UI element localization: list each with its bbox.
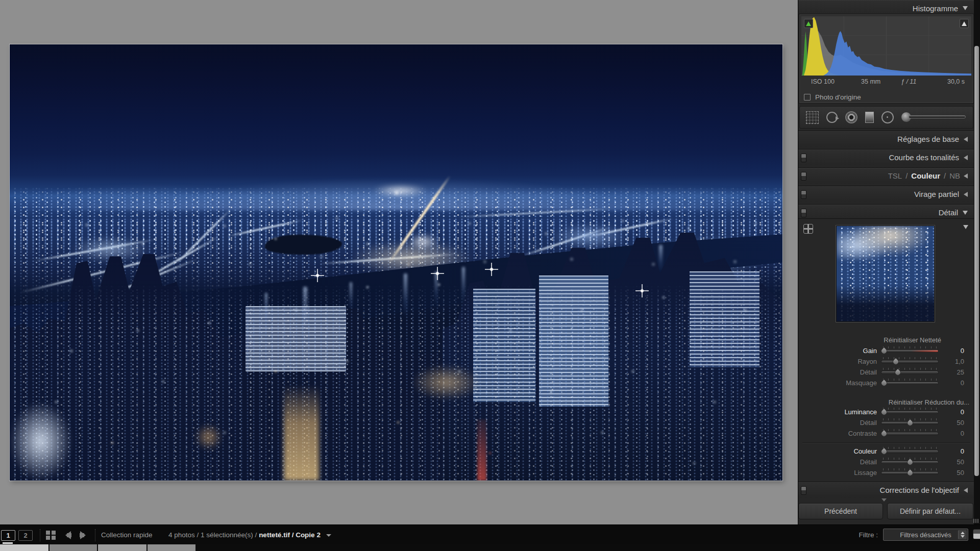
photo-reflection (164, 297, 167, 337)
photo-foreground-buildings-left (10, 249, 288, 481)
exif-focal-length: 35 mm (861, 78, 880, 85)
tone-curve-toggle[interactable] (801, 154, 806, 162)
exif-iso: ISO 100 (811, 78, 835, 85)
panel-header-split-toning[interactable]: Virage partiel (798, 186, 974, 202)
slider-value: 0 (941, 379, 964, 387)
contraste-slider[interactable] (881, 428, 939, 439)
photo-reflection (659, 245, 663, 271)
slider-value: 0 (941, 430, 964, 437)
detail-target-icon[interactable] (803, 224, 813, 234)
dropdown-stepper-icon[interactable] (958, 530, 967, 539)
photo-light-cluster (71, 236, 149, 262)
sharpen-reset-label[interactable]: Réinitialiser Netteté (798, 336, 941, 344)
loupe-photo[interactable] (10, 44, 782, 481)
photo-light-street (319, 253, 458, 264)
slider-label: Contraste (798, 430, 877, 437)
histogram-graph[interactable] (801, 16, 971, 76)
photo-lit-building (246, 306, 346, 371)
spot-removal-tool-icon[interactable] (826, 112, 838, 123)
split-toning-panel-title: Virage partiel (914, 190, 959, 198)
crop-tool-icon[interactable] (806, 111, 819, 124)
previous-button[interactable]: Précédent (798, 503, 883, 519)
detail-panel-body: Réinitialiser Netteté Gain 0 Rayon 1,0 (798, 218, 974, 480)
detail-preview-thumbnail[interactable] (836, 226, 935, 322)
radial-filter-tool-icon[interactable] (881, 111, 894, 123)
photo-starburst (431, 267, 444, 280)
lens-corrections-toggle[interactable] (801, 486, 806, 495)
photo-warm-glow (195, 424, 222, 450)
luminance-slider[interactable] (881, 407, 939, 417)
photo-reflection (265, 293, 267, 323)
original-photo-checkbox[interactable] (804, 94, 811, 101)
photo-light-street (34, 239, 156, 262)
next-photo-arrow-icon[interactable] (78, 531, 90, 539)
detail-couleur-slider[interactable] (881, 457, 939, 467)
photo-point-lights (10, 44, 11, 45)
right-develop-panel: Histogramme (798, 0, 974, 524)
highlight-clipping-button[interactable] (960, 19, 969, 28)
original-photo-row: Photo d'origine (804, 91, 861, 103)
set-default-button[interactable]: Définir par défaut... (887, 503, 973, 519)
rayon-slider[interactable] (881, 356, 939, 367)
slider-value: 50 (941, 419, 964, 427)
slider-row-contraste: Contraste 0 (798, 428, 974, 439)
photo-taillight-streak (477, 419, 486, 481)
more-panels-indicator-icon[interactable] (881, 498, 887, 502)
gain-slider[interactable] (881, 345, 939, 356)
secondary-monitor-button[interactable]: 2 (18, 530, 33, 541)
photo-warm-street-canyon (284, 385, 318, 481)
photo-starburst (635, 284, 649, 297)
filename-caret-icon[interactable] (326, 534, 331, 537)
photo-starburst (311, 269, 324, 282)
hsl-tab-nb[interactable]: NB (949, 171, 960, 180)
masquage-slider[interactable] (881, 378, 939, 388)
separator: / (905, 171, 908, 180)
hsl-tab-couleur[interactable]: Couleur (911, 171, 940, 180)
chevron-down-icon[interactable] (963, 225, 968, 229)
highlight-clipping-icon (962, 21, 967, 26)
panel-scrollbar-thumb[interactable] (974, 46, 979, 476)
grid-view-icon[interactable] (46, 531, 56, 540)
slider-track (881, 360, 939, 363)
photo-light-street (458, 208, 612, 218)
filmstrip-thumb[interactable] (50, 544, 97, 551)
adjustment-brush-tool-icon[interactable] (901, 111, 968, 123)
panel-header-basic[interactable]: Réglages de base (798, 131, 974, 147)
quick-collection-label[interactable]: Collection rapide (101, 525, 153, 545)
split-toning-toggle[interactable] (801, 190, 806, 199)
photo-mid-city-lights (10, 219, 782, 293)
red-eye-tool-icon[interactable] (845, 111, 857, 123)
noise-reset-label[interactable]: Réinitialiser Réduction du... (798, 398, 969, 406)
toolbar-separator (95, 529, 95, 541)
primary-monitor-button[interactable]: 1 (1, 530, 15, 541)
panel-header-lens-corrections[interactable]: Corrections de l'objectif (798, 482, 974, 498)
filmstrip-filter-switch[interactable] (973, 529, 980, 539)
detail-luminance-slider[interactable] (881, 417, 939, 428)
panel-header-tone-curve[interactable]: Courbe des tonalités (798, 149, 974, 165)
lissage-slider[interactable] (881, 467, 939, 478)
slider-label: Masquage (798, 379, 877, 387)
filter-dropdown[interactable]: Filtres désactivés (883, 529, 968, 541)
filmstrip-thumb[interactable] (98, 544, 146, 551)
slider-ticks (883, 429, 937, 431)
panel-resize-grip[interactable] (973, 519, 979, 523)
hsl-toggle[interactable] (801, 172, 806, 181)
slider-ticks (883, 408, 937, 410)
filter-dropdown-value: Filtres désactivés (900, 531, 951, 539)
previous-photo-arrow-icon[interactable] (61, 531, 74, 539)
photo-foreground-buildings-center (241, 297, 520, 481)
panel-header-hsl[interactable]: TSL / Couleur / NB (798, 167, 974, 184)
filmstrip-thumb-selected[interactable] (0, 544, 48, 551)
detail-sharpen-slider[interactable] (881, 367, 939, 378)
detail-toggle[interactable] (801, 209, 806, 217)
histogram-title: Histogramme (913, 4, 958, 13)
shadow-clipping-button[interactable] (804, 19, 813, 28)
couleur-slider[interactable] (881, 446, 939, 457)
hsl-tab-tsl[interactable]: TSL (888, 171, 902, 180)
detail-panel-title: Détail (939, 208, 958, 217)
active-filename[interactable]: netteté.tif / Copie 2 (259, 531, 321, 539)
slider-row-lissage: Lissage 50 (798, 467, 974, 478)
filmstrip-thumb[interactable] (148, 544, 195, 551)
graduated-filter-tool-icon[interactable] (865, 112, 874, 123)
bottom-toolbar: 1 2 Collection rapide 4 photos / 1 sélec… (0, 524, 980, 544)
